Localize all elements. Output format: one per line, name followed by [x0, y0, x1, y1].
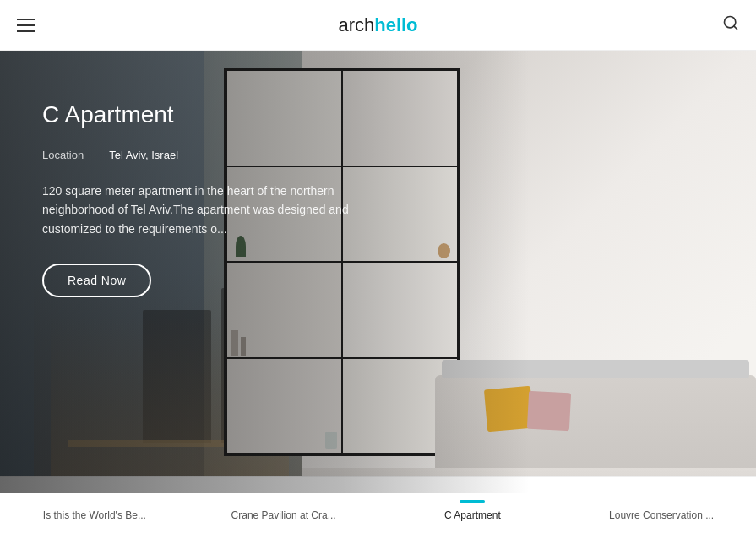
menu-icon-line3 [17, 30, 35, 32]
logo-arch: arch [338, 14, 374, 35]
thumb-label-3: C Apartment [444, 509, 501, 521]
location-value: Tel Aviv, Israel [109, 149, 178, 161]
hero-meta: Location Tel Aviv, Israel [42, 149, 363, 161]
svg-line-1 [734, 26, 737, 30]
read-now-button[interactable]: Read Now [42, 264, 151, 297]
thumb-label-4: Louvre Conservation ... [609, 509, 714, 521]
thumb-indicator-1 [82, 500, 107, 503]
thumb-indicator-2 [271, 500, 296, 503]
hero-title: C Apartment [42, 101, 363, 128]
hero-description: 120 square meter apartment in the heart … [42, 182, 363, 238]
thumb-label-1: Is this the World's Be... [43, 509, 146, 521]
menu-button[interactable] [17, 19, 35, 32]
site-logo[interactable]: archhello [338, 14, 417, 36]
location-label: Location [42, 149, 84, 161]
hero-content: C Apartment Location Tel Aviv, Israel 12… [42, 101, 363, 297]
thumb-label-2: Crane Pavilion at Cra... [231, 509, 336, 521]
search-icon [722, 14, 739, 31]
logo-hello: hello [374, 14, 417, 35]
header: archhello [0, 0, 756, 51]
menu-icon-line2 [17, 24, 35, 26]
menu-icon-line1 [17, 19, 35, 20]
thumb-indicator-4 [649, 500, 674, 503]
hero-section: C Apartment Location Tel Aviv, Israel 12… [0, 51, 756, 493]
search-button[interactable] [722, 14, 739, 35]
thumb-indicator-3 [460, 500, 485, 503]
